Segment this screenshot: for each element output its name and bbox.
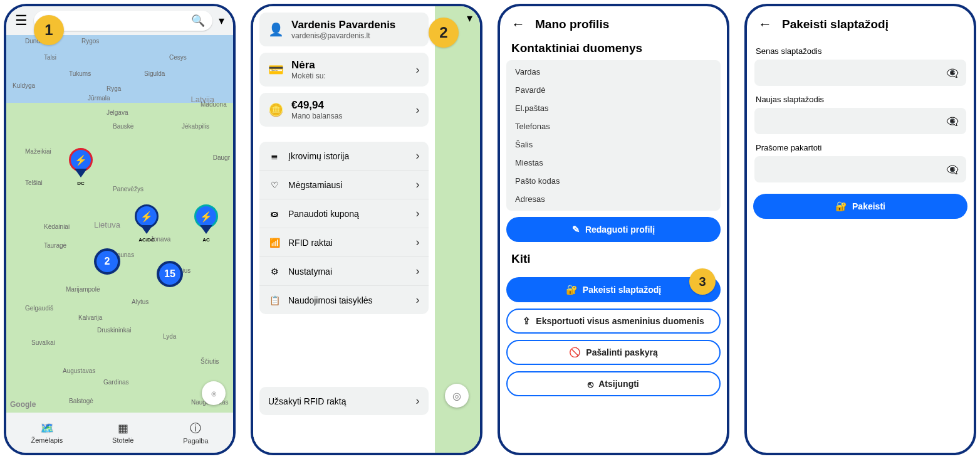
delete-user-icon: 🚫 [569,347,581,358]
back-icon[interactable]: ← [758,16,772,33]
repeat-password-label: Prašome pakartoti [756,143,965,152]
chevron-right-icon: › [416,207,420,220]
new-password-label: Naujas slaptažodis [756,95,965,104]
back-icon[interactable]: ← [511,16,525,33]
change-password-button[interactable]: 🔐 Pakeisti slaptažodį [506,277,721,302]
edit-profile-button[interactable]: ✎ Redaguoti profilį [506,217,721,242]
chevron-right-icon: › [416,265,420,278]
nav-help[interactable]: ⓘPagalba [183,421,208,445]
delete-account-button[interactable]: 🚫 Pašalinti paskyrą [506,340,721,365]
contact-heading: Kontaktiniai duomenys [500,38,727,60]
map-cluster[interactable]: 15 [157,261,183,287]
export-data-button[interactable]: ⇪ Eksportuoti visus asmeninius duomenis [506,309,721,334]
gear-icon: ⚙ [268,266,281,277]
filter-icon[interactable]: ▾ [467,11,472,25]
chevron-right-icon: › [416,63,420,76]
field-phone[interactable]: Telefonas [506,117,721,135]
bolt-icon [75,154,87,166]
phone-change-password-screen: ← Pakeisti slaptažodį Senas slaptažodis … [744,4,976,455]
field-postcode[interactable]: Pašto kodas [506,172,721,190]
step-badge-1: 1 [34,15,64,45]
eye-off-icon[interactable]: 👁‍🗨 [946,164,959,176]
card-icon: 💳 [268,62,284,77]
map[interactable]: Latvija Lietuva Dundaga Rygos Talsi Cesy… [6,35,233,413]
country-label: Lietuva [94,220,120,230]
chevron-right-icon: › [416,293,420,307]
drawer-menu: ≣Įkrovimų istorija› ♡Mėgstamiausi› 🎟Pana… [259,142,429,314]
drawer-profile[interactable]: 👤 Vardenis Pavardenis vardenis@pavardeni… [259,13,429,46]
repeat-password-field[interactable] [762,164,946,174]
field-firstname[interactable]: Vardas [506,63,721,81]
field-email[interactable]: El.paštas [506,99,721,117]
header: ← Pakeisti slaptažodį [747,6,974,38]
menu-coupon[interactable]: 🎟Panaudoti kuponą› [259,199,429,228]
chevron-right-icon: › [416,149,420,162]
submit-button[interactable]: 🔐 Pakeisti [753,194,967,219]
drawer-order-rfid[interactable]: Užsakyti RFID raktą› [259,387,429,415]
bottom-nav: 🗺️Žemėlapis ▦Stotelė ⓘPagalba [6,413,233,453]
drawer-balance[interactable]: 🪙 €49,94 Mano balansas › [259,93,429,127]
field-city[interactable]: Miestas [506,154,721,172]
menu-settings[interactable]: ⚙Nustatymai› [259,257,429,286]
map-cluster[interactable]: 2 [94,248,120,275]
search-icon: 🔍 [191,14,205,28]
heart-icon: ♡ [268,180,281,190]
map-attribution: Google [10,400,36,409]
map-pin-acdc[interactable]: AC/DC [135,204,159,228]
old-password-input[interactable]: 👁‍🗨 [754,60,966,86]
bolt-icon [200,211,212,223]
edit-icon: ✎ [572,224,580,235]
chevron-right-icon: › [416,394,420,408]
profile-email: vardenis@pavardenis.lt [291,31,420,40]
phone-profile-screen: ← Mano profilis Kontaktiniai duomenys Va… [498,4,729,455]
menu-rfid[interactable]: 📶RFID raktai› [259,228,429,257]
info-icon: ⓘ [190,421,201,436]
eye-off-icon[interactable]: 👁‍🗨 [946,115,959,127]
profile-name: Vardenis Pavardenis [291,19,420,31]
filter-icon[interactable]: ▾ [219,14,224,28]
locate-button[interactable]: ◎ [445,384,469,408]
side-drawer: 👤 Vardenis Pavardenis vardenis@pavardeni… [253,6,435,453]
page-title: Pakeisti slaptažodį [782,18,889,31]
map-pin-dc[interactable]: DC [69,148,93,172]
person-icon: 👤 [268,22,284,37]
old-password-field[interactable] [762,68,946,78]
step-badge-3: 3 [689,268,716,295]
contact-fields: Vardas Pavardė El.paštas Telefonas Šalis… [506,60,721,211]
locate-button[interactable]: ◎ [202,381,226,405]
drawer-payment[interactable]: 💳 Nėra Mokėti su: › [259,53,429,87]
logout-button[interactable]: ⎋ Atsijungti [506,371,721,396]
step-badge-2: 2 [429,18,459,48]
menu-icon[interactable]: ☰ [15,13,28,29]
chevron-right-icon: › [416,236,420,249]
nav-station[interactable]: ▦Stotelė [112,421,133,444]
phone-map-screen: 1 ☰ 🔍 ▾ Latvija Lietuva Dundaga Rygos Ta… [4,4,236,455]
other-heading: Kiti [500,248,727,271]
new-password-field[interactable] [762,116,946,126]
field-country[interactable]: Šalis [506,135,721,154]
export-icon: ⇪ [523,315,531,327]
nav-map[interactable]: 🗺️Žemėlapis [31,421,63,444]
repeat-password-input[interactable]: 👁‍🗨 [754,156,966,182]
field-lastname[interactable]: Pavardė [506,81,721,99]
menu-history[interactable]: ≣Įkrovimų istorija› [259,142,429,171]
menu-favorites[interactable]: ♡Mėgstamiausi› [259,171,429,199]
rfid-icon: 📶 [268,238,281,248]
page-title: Mano profilis [535,18,609,31]
field-address[interactable]: Adresas [506,190,721,208]
map-pin-ac[interactable]: AC [194,204,218,228]
history-icon: ≣ [268,151,281,161]
new-password-input[interactable]: 👁‍🗨 [754,108,966,134]
coins-icon: 🪙 [268,102,284,117]
menu-terms[interactable]: 📋Naudojimosi taisyklės› [259,286,429,314]
qr-icon: ▦ [118,421,128,435]
phone-drawer-screen: 2 ▾ ◎ 👤 Vardenis Pavardenis vardenis@pav… [251,4,482,455]
eye-off-icon[interactable]: 👁‍🗨 [946,67,959,79]
map-icon: 🗺️ [40,421,54,435]
terms-icon: 📋 [268,295,281,305]
chevron-right-icon: › [416,103,420,117]
bolt-icon [140,211,153,223]
header: ← Mano profilis [500,6,727,38]
logout-icon: ⎋ [588,379,593,389]
lock-person-icon: 🔐 [566,284,578,295]
